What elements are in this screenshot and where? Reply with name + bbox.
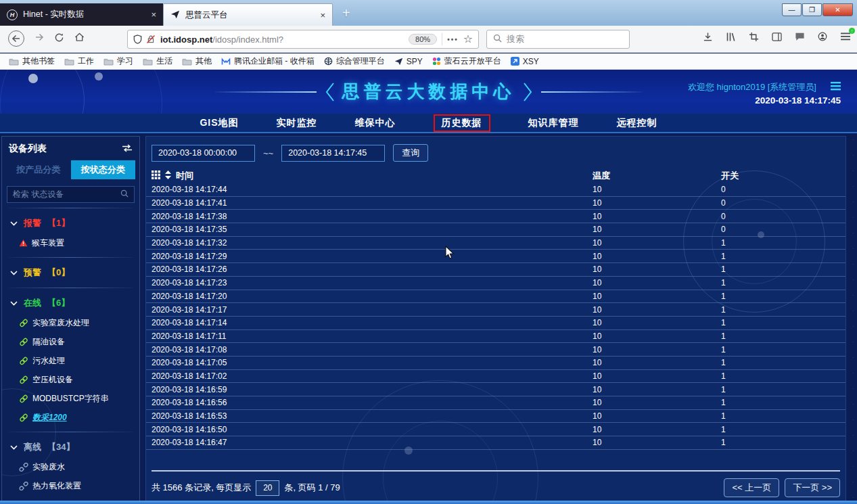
messages-button[interactable] bbox=[793, 30, 806, 43]
welcome-text[interactable]: 欢迎您 hignton2019 [系统管理员] bbox=[688, 81, 816, 93]
cell-switch: 0 bbox=[721, 185, 726, 194]
bookmark-item[interactable]: 工作 bbox=[60, 54, 99, 68]
bookmark-item[interactable]: 其他 bbox=[177, 54, 216, 68]
page-actions-icon[interactable]: ••• bbox=[447, 36, 459, 43]
cell-temperature: 10 bbox=[593, 385, 601, 394]
sidebar-icon bbox=[772, 32, 782, 41]
tree-section-报警[interactable]: 报警【1】 bbox=[2, 213, 139, 233]
cell-switch: 1 bbox=[721, 385, 726, 394]
close-button[interactable]: ✕ bbox=[823, 3, 853, 16]
cell-time: 2020-03-18 14:16:53 bbox=[152, 411, 227, 421]
account-button[interactable] bbox=[816, 30, 829, 43]
menu-button[interactable]: ↑ bbox=[839, 30, 852, 43]
next-page-button[interactable]: 下一页 >> bbox=[785, 478, 840, 497]
bookmark-item[interactable]: XSY bbox=[506, 55, 544, 68]
swap-arrows-icon[interactable] bbox=[122, 143, 133, 154]
bookmark-label: 腾讯企业邮箱 - 收件箱 bbox=[234, 55, 315, 67]
cell-temperature: 10 bbox=[593, 238, 601, 248]
grid-icon[interactable] bbox=[152, 170, 160, 181]
cell-time: 2020-03-18 14:17:23 bbox=[152, 278, 227, 288]
nav-item-维保中心[interactable]: 维保中心 bbox=[355, 117, 396, 129]
cell-temperature: 10 bbox=[593, 318, 601, 327]
window-bottom-border bbox=[0, 501, 857, 504]
bookmark-item[interactable]: 学习 bbox=[99, 54, 138, 68]
url-domain: iot.idosp.net bbox=[160, 35, 212, 45]
url-bar[interactable]: iot.idosp.net/idosp/index.html? 80% ••• … bbox=[127, 30, 479, 49]
cell-switch: 1 bbox=[721, 238, 726, 248]
browser-search[interactable]: 搜索 bbox=[486, 30, 630, 49]
chevron-down-icon bbox=[10, 271, 18, 275]
insecure-lock-icon bbox=[146, 35, 156, 44]
bookmark-item[interactable]: 腾讯企业邮箱 - 收件箱 bbox=[216, 54, 319, 68]
tab-sipu-cloud[interactable]: 思普云平台 × bbox=[163, 3, 333, 26]
column-header-switch[interactable]: 开关 bbox=[721, 170, 739, 182]
device-item[interactable]: 空压机设备 bbox=[2, 370, 139, 389]
column-header-temperature[interactable]: 温度 bbox=[593, 170, 610, 182]
download-button[interactable] bbox=[701, 30, 714, 43]
bookmark-item[interactable]: 生活 bbox=[138, 54, 177, 68]
device-item[interactable]: 污水处理 bbox=[2, 351, 139, 370]
bookmark-item[interactable]: 萤石云开放平台 bbox=[427, 54, 506, 68]
hinet-icon: H bbox=[7, 9, 18, 20]
table-row: 2020-03-18 14:17:02101 bbox=[146, 370, 846, 384]
cell-switch: 1 bbox=[721, 265, 726, 274]
back-button[interactable] bbox=[8, 30, 24, 47]
nav-item-远程控制[interactable]: 远程控制 bbox=[617, 117, 657, 129]
forward-button[interactable] bbox=[34, 32, 44, 45]
device-search-input[interactable]: 检索 状态设备 bbox=[7, 186, 135, 203]
bookmark-item[interactable]: 综合管理平台 bbox=[319, 54, 390, 68]
tab-hinet[interactable]: H Hinet - 实时数据 × bbox=[0, 3, 163, 26]
table-row: 2020-03-18 14:17:32101 bbox=[146, 237, 846, 250]
footer-divider bbox=[152, 470, 840, 472]
bookmark-item[interactable]: 其他书签 bbox=[4, 54, 60, 68]
device-item[interactable]: 猴车装置 bbox=[2, 233, 139, 252]
restore-button[interactable]: ❐ bbox=[802, 3, 822, 16]
minimize-button[interactable]: — bbox=[782, 3, 802, 16]
library-button[interactable] bbox=[724, 30, 737, 43]
bookmark-star-icon[interactable]: ☆ bbox=[463, 34, 473, 45]
cell-switch: 1 bbox=[721, 438, 726, 447]
device-item-label: 实验室废水处理 bbox=[32, 317, 89, 329]
screenshot-button[interactable] bbox=[747, 30, 760, 43]
query-button[interactable]: 查询 bbox=[393, 144, 428, 162]
prev-page-button[interactable]: << 上一页 bbox=[724, 478, 779, 497]
cell-temperature: 10 bbox=[593, 252, 601, 261]
device-item[interactable]: 实验室废水处理 bbox=[2, 313, 139, 332]
new-tab-button[interactable]: + bbox=[342, 5, 350, 20]
link-icon bbox=[19, 357, 28, 365]
close-tab-icon[interactable]: × bbox=[320, 10, 325, 20]
tree-section-在线[interactable]: 在线【6】 bbox=[2, 293, 139, 313]
refresh-icon bbox=[54, 32, 64, 43]
tab-by-status[interactable]: 按状态分类 bbox=[71, 160, 136, 179]
home-button[interactable] bbox=[74, 32, 85, 45]
device-item[interactable]: 热力氧化装置 bbox=[2, 476, 139, 495]
menu-list-icon[interactable] bbox=[831, 81, 841, 93]
cell-time: 2020-03-18 14:17:17 bbox=[152, 305, 227, 315]
page-size-input[interactable]: 20 bbox=[256, 480, 279, 496]
start-datetime-input[interactable]: 2020-03-18 00:00:00 bbox=[152, 145, 255, 162]
nav-item-知识库管理[interactable]: 知识库管理 bbox=[528, 117, 579, 129]
device-item[interactable]: 隔油设备 bbox=[2, 332, 139, 351]
nav-item-GIS地图[interactable]: GIS地图 bbox=[200, 117, 238, 129]
browser-nav-buttons bbox=[8, 30, 85, 47]
messages-icon bbox=[795, 32, 805, 41]
cell-time: 2020-03-18 14:16:56 bbox=[152, 398, 227, 407]
bookmark-item[interactable]: SPY bbox=[390, 55, 427, 68]
table-row: 2020-03-18 14:17:05101 bbox=[146, 357, 846, 370]
nav-item-历史数据[interactable]: 历史数据 bbox=[434, 114, 490, 132]
tab-by-product[interactable]: 按产品分类 bbox=[6, 160, 71, 179]
screenshot-icon bbox=[749, 32, 759, 42]
zoom-level-badge[interactable]: 80% bbox=[409, 34, 437, 45]
cell-time: 2020-03-18 14:17:41 bbox=[152, 198, 227, 208]
range-separator: ~~ bbox=[263, 148, 273, 158]
record-count-text: 共 1566 条记录, 每页显示 bbox=[152, 482, 251, 494]
sort-icon[interactable] bbox=[165, 170, 171, 181]
column-header-time[interactable]: 时间 bbox=[176, 170, 193, 182]
cell-temperature: 10 bbox=[593, 438, 601, 447]
sidebar-button[interactable] bbox=[770, 30, 783, 43]
close-tab-icon[interactable]: × bbox=[151, 9, 156, 20]
tree-section-预警[interactable]: 预警【0】 bbox=[2, 262, 139, 283]
refresh-button[interactable] bbox=[54, 32, 64, 45]
nav-item-实时监控[interactable]: 实时监控 bbox=[277, 117, 317, 129]
end-datetime-input[interactable]: 2020-03-18 14:17:45 bbox=[281, 145, 385, 162]
